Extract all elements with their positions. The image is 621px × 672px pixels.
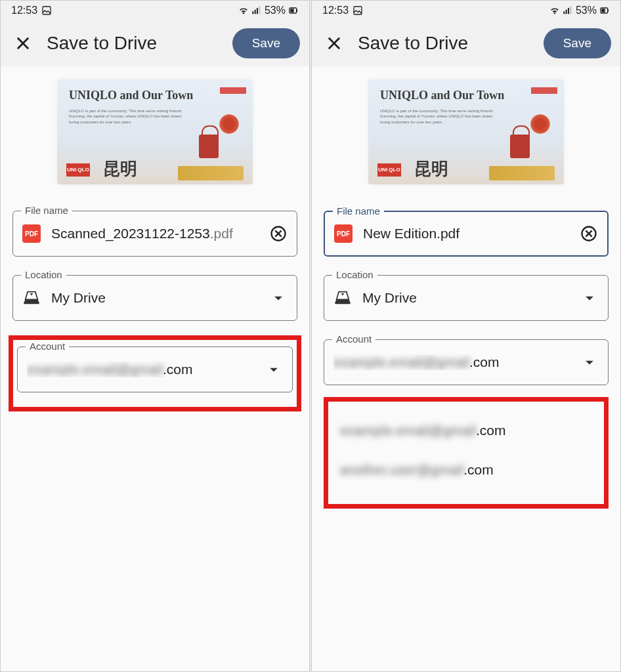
- status-battery-text: 53%: [576, 5, 597, 16]
- battery-icon: [288, 5, 299, 16]
- location-label: Location: [332, 269, 377, 280]
- preview-title: UNIQLO and Our Town: [380, 89, 504, 102]
- file-name-label: File name: [21, 205, 72, 216]
- image-icon: [41, 5, 52, 16]
- file-name-value: Scanned_20231122-1253.pdf: [51, 226, 269, 242]
- svg-rect-4: [259, 6, 260, 14]
- wifi-icon: [549, 5, 560, 16]
- page-title: Save to Drive: [358, 33, 468, 54]
- svg-rect-10: [563, 11, 565, 14]
- screenshot-right: 12:53 53% Save to Drive Save U: [311, 0, 621, 672]
- screenshot-left: 12:53 53% Save to Drive Save: [0, 0, 310, 672]
- account-value: example.email@gmail.com: [333, 354, 580, 370]
- location-label: Location: [21, 269, 66, 280]
- chevron-down-icon[interactable]: [269, 289, 288, 307]
- account-option[interactable]: example.email@gmail.com: [331, 411, 601, 450]
- location-field[interactable]: Location My Drive: [324, 275, 609, 321]
- save-button[interactable]: Save: [232, 28, 300, 58]
- account-highlight: Account example.email@gmail.com: [9, 335, 301, 411]
- preview-logo: UNI QLO: [66, 163, 90, 177]
- chevron-down-icon[interactable]: [265, 360, 283, 379]
- svg-rect-3: [257, 8, 258, 14]
- account-field[interactable]: Account example.email@gmail.com: [324, 339, 609, 385]
- close-icon[interactable]: [325, 34, 343, 52]
- clear-icon[interactable]: [580, 224, 598, 243]
- account-value: example.email@gmail.com: [27, 362, 265, 377]
- document-preview: UNIQLO and Our Town UNIQLO is part of th…: [368, 79, 564, 184]
- svg-rect-7: [297, 9, 297, 12]
- location-value: My Drive: [51, 290, 269, 306]
- svg-rect-9: [354, 7, 362, 14]
- file-name-label: File name: [333, 205, 384, 217]
- app-header: Save to Drive Save: [312, 20, 620, 66]
- svg-rect-11: [566, 10, 567, 14]
- drive-icon: [333, 289, 352, 307]
- image-icon: [353, 5, 363, 16]
- signal-icon: [251, 5, 262, 16]
- svg-rect-6: [290, 9, 293, 12]
- chevron-down-icon[interactable]: [580, 289, 599, 307]
- close-icon[interactable]: [14, 34, 32, 52]
- signal-icon: [563, 5, 573, 16]
- wifi-icon: [238, 5, 249, 16]
- preview-chars: 昆明: [414, 158, 448, 180]
- clear-icon[interactable]: [269, 224, 288, 243]
- drive-icon: [22, 289, 41, 307]
- preview-logo: UNI QLO: [377, 163, 401, 177]
- status-time: 12:53: [322, 5, 349, 16]
- svg-rect-12: [568, 8, 569, 14]
- location-field[interactable]: Location My Drive: [12, 275, 297, 321]
- pdf-icon: PDF: [22, 224, 41, 243]
- svg-rect-13: [570, 6, 571, 14]
- document-preview: UNIQLO and Our Town UNIQLO is part of th…: [57, 79, 253, 184]
- pdf-icon: PDF: [334, 224, 353, 243]
- location-value: My Drive: [362, 290, 580, 306]
- battery-icon: [599, 5, 610, 16]
- file-name-value: New Edition.pdf: [363, 226, 580, 242]
- svg-rect-0: [43, 7, 51, 14]
- preview-chars: 昆明: [103, 158, 137, 180]
- file-name-field[interactable]: File name PDF New Edition.pdf: [324, 211, 609, 257]
- account-label: Account: [332, 333, 375, 345]
- account-dropdown-highlight: example.email@gmail.com another.user@gma…: [324, 397, 609, 509]
- svg-rect-16: [608, 9, 609, 12]
- svg-rect-15: [601, 9, 605, 12]
- status-time: 12:53: [11, 5, 37, 16]
- status-bar: 12:53 53%: [1, 1, 309, 20]
- page-title: Save to Drive: [47, 33, 157, 54]
- account-label: Account: [26, 341, 69, 352]
- status-battery-text: 53%: [265, 5, 286, 16]
- svg-rect-2: [255, 10, 256, 14]
- account-option[interactable]: another.user@gmail.com: [331, 450, 601, 490]
- svg-rect-1: [252, 11, 253, 14]
- save-button[interactable]: Save: [544, 28, 611, 58]
- app-header: Save to Drive Save: [1, 20, 309, 66]
- preview-title: UNIQLO and Our Town: [69, 89, 193, 102]
- chevron-down-icon[interactable]: [580, 353, 599, 371]
- account-field[interactable]: Account example.email@gmail.com: [17, 346, 293, 392]
- file-name-field[interactable]: File name PDF Scanned_20231122-1253.pdf: [12, 211, 297, 257]
- status-bar: 12:53 53%: [312, 1, 620, 20]
